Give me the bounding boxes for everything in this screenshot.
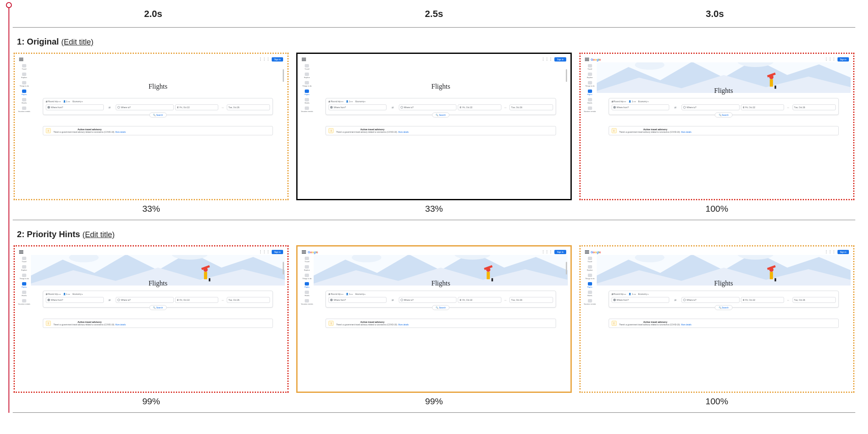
- frame-cell: Google ⋮⋮⋮ Sign in TravelExploreThings t…: [579, 245, 854, 406]
- flights-headline: Flights: [31, 83, 285, 90]
- swap-icon: ⇄: [670, 297, 680, 303]
- frame-thumbnail[interactable]: Google ⋮⋮⋮ Sign in TravelExploreThings t…: [296, 245, 571, 393]
- travel-advisory-banner: ! Active travel advisory There's a gover…: [326, 126, 556, 135]
- warning-icon: !: [612, 321, 617, 326]
- warning-icon: !: [328, 321, 334, 326]
- mini-main: Flights ⇄ Round trip 👤 1 Economy Where f…: [597, 62, 851, 196]
- search-card: ⇄ Round trip 👤 1 Economy Where from? ⇄ W…: [326, 98, 556, 115]
- mini-nav-item: Hotels: [22, 98, 26, 104]
- mini-nav-item: Explore: [304, 265, 310, 271]
- hamburger-icon: [19, 250, 23, 254]
- swap-icon: ⇄: [388, 297, 398, 303]
- more-details-link: More details: [398, 324, 409, 326]
- frames-row: ⋮⋮⋮ Sign in TravelExploreThings to doFli…: [13, 53, 855, 214]
- mini-main: Flights ⇄ Round trip 👤 1 Economy Where f…: [31, 255, 285, 389]
- mini-screenshot: ⋮⋮⋮ Sign in TravelExploreThings to doFli…: [300, 56, 568, 196]
- mini-topbar: Google ⋮⋮⋮ Sign in: [300, 249, 568, 255]
- mini-nav-item: Hotels: [305, 98, 309, 104]
- scrollbar-indicator: [566, 262, 567, 274]
- more-details-link: More details: [398, 131, 409, 133]
- hamburger-icon: [302, 58, 306, 61]
- search-button: 🔍 Search: [715, 112, 732, 118]
- search-button: 🔍 Search: [149, 305, 167, 310]
- edit-title-link[interactable]: (Edit title): [82, 230, 114, 239]
- sign-in-button: Sign in: [272, 250, 283, 254]
- mini-screenshot: Google ⋮⋮⋮ Sign in TravelExploreThings t…: [300, 249, 568, 389]
- search-button: 🔍 Search: [432, 305, 449, 310]
- mini-topbar: Google ⋮⋮⋮ Sign in: [583, 249, 851, 255]
- edit-title-link[interactable]: (Edit title): [61, 38, 93, 46]
- scrollbar-indicator: [566, 69, 567, 82]
- apps-grid-icon: ⋮⋮⋮: [824, 58, 836, 62]
- run-block: 2: Priority Hints (Edit title) ⋮⋮⋮ Sign …: [13, 220, 855, 413]
- frame-cell: Google ⋮⋮⋮ Sign in TravelExploreThings t…: [579, 53, 854, 214]
- return-date: Tue, Oct 26: [793, 104, 836, 110]
- mini-nav-item: Hotels: [587, 98, 592, 104]
- svg-rect-38: [770, 272, 773, 279]
- hamburger-icon: [585, 58, 589, 61]
- google-logo: Google: [591, 58, 601, 61]
- frame-cell: Google ⋮⋮⋮ Sign in TravelExploreThings t…: [296, 245, 571, 406]
- apps-grid-icon: ⋮⋮⋮: [824, 250, 836, 254]
- depart-date: 🗓Fri, Oct 22: [175, 104, 218, 110]
- trip-chips: ⇄ Round trip 👤 1 Economy: [328, 293, 553, 295]
- flights-headline: Flights: [31, 280, 285, 287]
- where-from-input: Where from?: [328, 297, 387, 303]
- where-from-input: Where from?: [46, 104, 104, 110]
- where-to-input: Where to?: [682, 104, 740, 110]
- return-date: Tue, Oct 26: [509, 297, 553, 303]
- mini-nav-item: Things to do: [302, 81, 312, 87]
- mini-main: Flights ⇄ Round trip 👤 1 Economy Where f…: [314, 62, 568, 196]
- trip-chips: ⇄ Round trip 👤 1 Economy: [612, 100, 836, 103]
- flights-headline: Flights: [314, 83, 568, 90]
- warning-icon: !: [46, 128, 51, 133]
- mini-main: Flights ⇄ Round trip 👤 1 Economy Where f…: [31, 62, 285, 196]
- travel-advisory-banner: ! Active travel advisory There's a gover…: [43, 126, 273, 135]
- mini-nav-item: Flights: [22, 282, 27, 288]
- mini-nav-item: Explore: [21, 73, 27, 78]
- depart-date: 🗓Fri, Oct 22: [458, 104, 501, 110]
- sign-in-button: Sign in: [837, 250, 849, 254]
- frame-visual-complete-pct: 100%: [579, 204, 854, 214]
- travel-advisory-banner: ! Active travel advisory There's a gover…: [43, 319, 273, 328]
- mini-nav-item: Vacation rentals: [584, 106, 595, 112]
- mini-nav-item: Flights: [587, 90, 593, 95]
- filmstrip-comparison: 2.0s 2.5s 3.0s 1: Original (Edit title) …: [4, 0, 855, 413]
- warning-icon: !: [46, 321, 51, 326]
- mini-nav-item: Explore: [21, 265, 27, 271]
- mini-nav-item: Hotels: [22, 291, 26, 297]
- search-button: 🔍 Search: [432, 112, 449, 118]
- flights-headline: Flights: [597, 87, 851, 95]
- mini-main: Flights ⇄ Round trip 👤 1 Economy Where f…: [597, 255, 851, 389]
- mini-screenshot: Google ⋮⋮⋮ Sign in TravelExploreThings t…: [583, 56, 851, 196]
- where-to-input: Where to?: [399, 297, 457, 303]
- time-col-0: 2.0s: [13, 8, 294, 20]
- depart-date: 🗓Fri, Oct 22: [458, 297, 501, 303]
- frame-thumbnail[interactable]: ⋮⋮⋮ Sign in TravelExploreThings to doFli…: [14, 245, 289, 393]
- frame-thumbnail[interactable]: ⋮⋮⋮ Sign in TravelExploreThings to doFli…: [14, 53, 289, 200]
- run-index: 1: [17, 37, 22, 46]
- mini-sidenav: TravelExploreThings to doFlightsHotelsVa…: [583, 255, 597, 389]
- where-to-input: Where to?: [116, 297, 174, 303]
- frame-visual-complete-pct: 33%: [14, 204, 289, 214]
- frame-thumbnail[interactable]: Google ⋮⋮⋮ Sign in TravelExploreThings t…: [579, 53, 854, 200]
- mini-nav-item: Explore: [587, 265, 593, 271]
- where-to-input: Where to?: [116, 104, 174, 110]
- flights-headline: Flights: [597, 280, 851, 287]
- frame-visual-complete-pct: 99%: [14, 396, 289, 406]
- mini-topbar: Google ⋮⋮⋮ Sign in: [583, 56, 851, 62]
- apps-grid-icon: ⋮⋮⋮: [259, 250, 270, 254]
- mini-nav-item: Travel: [305, 257, 309, 263]
- frame-cell: ⋮⋮⋮ Sign in TravelExploreThings to doFli…: [14, 245, 289, 406]
- frame-thumbnail[interactable]: ⋮⋮⋮ Sign in TravelExploreThings to doFli…: [296, 53, 571, 200]
- where-from-input: Where from?: [612, 297, 670, 303]
- mini-nav-item: Flights: [22, 90, 27, 95]
- return-date: Tue, Oct 26: [509, 104, 553, 110]
- mini-sidenav: TravelExploreThings to doFlightsHotelsVa…: [17, 62, 31, 196]
- frame-thumbnail[interactable]: Google ⋮⋮⋮ Sign in TravelExploreThings t…: [579, 245, 854, 393]
- swap-icon: ⇄: [105, 297, 115, 303]
- apps-grid-icon: ⋮⋮⋮: [541, 250, 553, 254]
- mini-nav-item: Flights: [304, 90, 309, 95]
- more-details-link: More details: [681, 131, 692, 133]
- swap-icon: ⇄: [105, 104, 115, 110]
